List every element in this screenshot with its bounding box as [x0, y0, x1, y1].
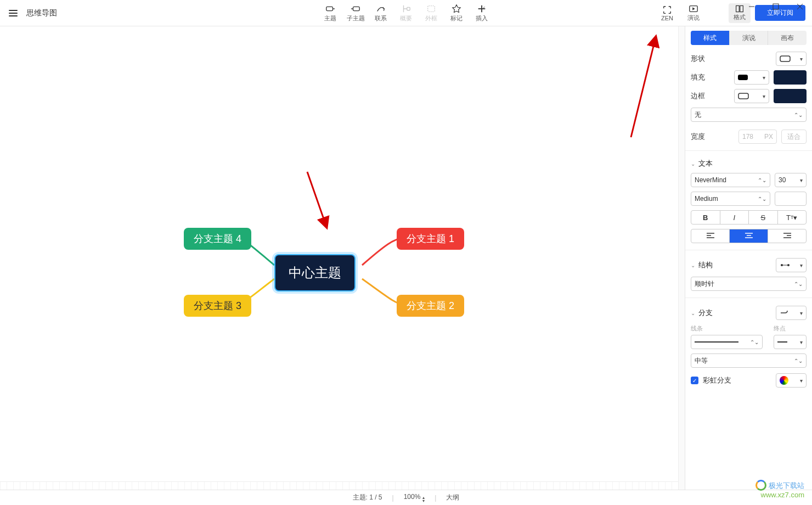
strike-button[interactable]: S: [749, 211, 778, 224]
branch-icon-select[interactable]: ▾: [776, 306, 807, 320]
structure-icon-select[interactable]: ▾: [776, 258, 807, 272]
fit-button[interactable]: 适合: [781, 130, 807, 144]
svg-line-15: [307, 172, 326, 227]
svg-rect-18: [738, 93, 748, 99]
endpoint-label: 终点: [774, 324, 807, 333]
center-topic[interactable]: 中心主题: [274, 254, 356, 291]
boundary-button[interactable]: 外框: [419, 1, 444, 25]
fill-swatch-select[interactable]: ▾: [734, 70, 769, 85]
fill-color[interactable]: [774, 70, 807, 85]
topic-count: 主题: 1 / 5: [353, 493, 382, 502]
width-input[interactable]: 178PX: [738, 130, 777, 144]
toolbar: 主题 子主题 联系 概要 外框 标记 插入: [318, 1, 494, 25]
svg-point-20: [781, 264, 783, 266]
border-style-select[interactable]: 无⌃⌄: [691, 108, 807, 122]
svg-rect-8: [407, 7, 410, 10]
font-family-select[interactable]: NeverMind⌃⌄: [691, 173, 770, 187]
border-color[interactable]: [774, 89, 807, 103]
panel-tabs: 样式 演说 画布: [691, 31, 807, 45]
align-center-button[interactable]: [730, 229, 768, 243]
svg-rect-17: [780, 56, 790, 61]
border-label: 边框: [691, 91, 709, 101]
maximize-button[interactable]: [764, 0, 788, 14]
window-controls: [740, 0, 812, 14]
shape-label: 形状: [691, 54, 709, 64]
align-left-button[interactable]: [691, 229, 730, 243]
width-label: 宽度: [691, 132, 709, 142]
marker-button[interactable]: 标记: [444, 1, 469, 25]
zen-button[interactable]: ZEN: [656, 1, 678, 25]
section-branch[interactable]: ⌄分支 ▾: [691, 306, 807, 320]
font-weight-select[interactable]: Medium⌃⌄: [691, 192, 770, 206]
relation-button[interactable]: 联系: [368, 1, 393, 25]
align-right-button[interactable]: [768, 229, 806, 243]
watermark-logo-icon: [755, 480, 766, 491]
tab-style[interactable]: 样式: [691, 31, 730, 45]
branch-topic-2[interactable]: 分支主题 2: [397, 295, 464, 317]
document-title: 思维导图: [26, 8, 57, 18]
svg-rect-9: [428, 6, 435, 12]
minimize-button[interactable]: [740, 0, 764, 14]
svg-point-21: [787, 264, 790, 266]
summary-button[interactable]: 概要: [393, 1, 419, 25]
font-size-select[interactable]: 30▾: [775, 173, 807, 187]
subtopic-button[interactable]: 子主题: [343, 1, 368, 25]
format-panel: 样式 演说 画布 形状 ▾ 填充 ▾ 边框 ▾ 无⌃⌄ 宽度 178PX 适合: [685, 26, 812, 490]
topic-button[interactable]: 主题: [318, 1, 343, 25]
shape-select[interactable]: ▾: [776, 52, 807, 66]
font-color[interactable]: [775, 192, 807, 206]
branch-topic-4[interactable]: 分支主题 4: [184, 228, 251, 250]
rainbow-icon: [780, 376, 788, 385]
zoom-level[interactable]: 100%▴▾: [404, 493, 425, 503]
textcase-button[interactable]: TT ▾: [778, 211, 807, 224]
section-text[interactable]: ⌄文本: [691, 159, 807, 169]
text-style-group: B I S TT ▾: [691, 210, 807, 225]
line-style-select[interactable]: ⌃⌄: [691, 335, 763, 349]
titlebar: 思维导图 主题 子主题 联系 概要 外框 标记 插入 ZEN 演说 格式 立即订…: [0, 0, 812, 26]
outline-toggle[interactable]: 大纲: [446, 493, 459, 502]
svg-rect-1: [773, 4, 779, 9]
line-label: 线条: [691, 324, 763, 333]
statusbar: 主题: 1 / 5 | 100%▴▾ | 大纲: [0, 490, 812, 505]
watermark: 极光下载站 www.xz7.com: [755, 480, 804, 500]
structure-direction-select[interactable]: 顺时针⌃⌄: [691, 277, 807, 291]
fill-label: 填充: [691, 72, 709, 82]
section-structure[interactable]: ⌄结构 ▾: [691, 258, 807, 272]
rainbow-palette-select[interactable]: ▾: [776, 373, 807, 388]
close-button[interactable]: [788, 0, 812, 14]
canvas[interactable]: 中心主题 分支主题 1 分支主题 2 分支主题 3 分支主题 4: [0, 26, 678, 490]
endpoint-select[interactable]: ▾: [774, 335, 807, 349]
svg-rect-4: [326, 7, 333, 10]
branch-topic-1[interactable]: 分支主题 1: [397, 228, 464, 250]
menu-button[interactable]: [0, 8, 26, 18]
branch-topic-3[interactable]: 分支主题 3: [184, 295, 251, 317]
tab-pitch[interactable]: 演说: [730, 31, 769, 45]
tab-canvas[interactable]: 画布: [768, 31, 807, 45]
italic-button[interactable]: I: [720, 211, 749, 224]
rainbow-label: 彩虹分支: [703, 375, 731, 385]
border-swatch-select[interactable]: ▾: [734, 89, 769, 103]
bold-button[interactable]: B: [691, 211, 720, 224]
svg-rect-6: [353, 7, 360, 10]
svg-rect-13: [736, 5, 740, 12]
insert-button[interactable]: 插入: [469, 1, 494, 25]
vertical-scrollbar[interactable]: [678, 26, 685, 490]
rainbow-checkbox[interactable]: ✓: [691, 377, 698, 384]
branch-thickness-select[interactable]: 中等⌃⌄: [691, 354, 807, 368]
pitch-button[interactable]: 演说: [683, 1, 704, 25]
align-group: [691, 229, 807, 243]
